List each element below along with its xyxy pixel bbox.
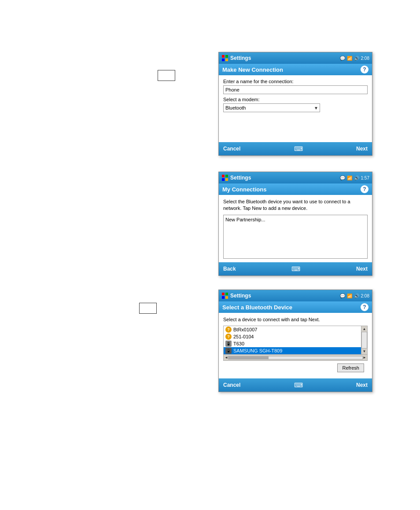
device-name-3: T630 bbox=[233, 341, 244, 346]
modem-select[interactable]: Bluetooth bbox=[223, 103, 320, 112]
device-row-2[interactable]: ? 251-0104 bbox=[224, 333, 361, 340]
scrollbar-y[interactable]: ▲ ▼ bbox=[361, 326, 367, 354]
keyboard-icon-2[interactable]: ⌨ bbox=[291, 265, 300, 272]
refresh-row: Refresh bbox=[223, 361, 368, 375]
panel-make-new-connection: Settings 💬 📶 🔊 2:08 Make New Connection … bbox=[218, 52, 372, 156]
device-row-3[interactable]: 📱 T630 bbox=[224, 340, 361, 347]
svg-rect-4 bbox=[222, 175, 225, 177]
annotation-box-2 bbox=[139, 303, 157, 314]
help-icon-3[interactable]: ? bbox=[361, 303, 368, 311]
status-icon-volume-3: 🔊 bbox=[354, 294, 359, 298]
status-icon-signal-2: 📶 bbox=[347, 176, 352, 180]
device-list: ? BtRx01007 ? 251-0104 📱 T630 📱 SAMSUNG … bbox=[224, 326, 367, 354]
panel-my-connections: Settings 💬 📶 🔊 1:57 My Connections ? Sel… bbox=[218, 172, 372, 276]
next-button-1[interactable]: Next bbox=[356, 146, 368, 152]
device-row-4[interactable]: 📱 SAMSUNG SGH-T809 bbox=[224, 347, 361, 354]
connection-label: Enter a name for the connection: bbox=[223, 79, 368, 84]
svg-rect-9 bbox=[225, 293, 228, 295]
title-bar-left-3: Settings bbox=[221, 292, 251, 299]
section-header-2: My Connections ? bbox=[219, 183, 372, 195]
section-title-3: Select a Bluetooth Device bbox=[222, 304, 292, 311]
svg-rect-0 bbox=[222, 55, 225, 58]
device-table[interactable]: ? BtRx01007 ? 251-0104 📱 T630 📱 SAMSUNG … bbox=[223, 326, 368, 361]
help-icon-1[interactable]: ? bbox=[361, 66, 368, 73]
panel-select-bluetooth-device: Settings 💬 📶 🔊 2:08 Select a Bluetooth D… bbox=[218, 290, 372, 392]
scroll-track-x bbox=[228, 356, 363, 360]
windows-logo-icon-3 bbox=[221, 292, 228, 299]
title-bar-app-name-2: Settings bbox=[230, 175, 251, 181]
scroll-left-arrow[interactable]: ◄ bbox=[225, 356, 228, 360]
modem-dropdown-container: Bluetooth ▼ bbox=[223, 103, 320, 112]
title-bar-right-3: 💬 📶 🔊 2:08 bbox=[340, 294, 369, 298]
svg-rect-8 bbox=[222, 293, 225, 295]
spacer-1 bbox=[223, 112, 368, 139]
status-icon-chat-1: 💬 bbox=[340, 56, 345, 61]
keyboard-icon-3[interactable]: ⌨ bbox=[294, 382, 303, 389]
section-header-1: Make New Connection ? bbox=[219, 64, 372, 75]
bottom-toolbar-2: Back ⌨ Next bbox=[219, 262, 372, 275]
section-title-1: Make New Connection bbox=[222, 66, 283, 73]
svg-rect-6 bbox=[222, 178, 225, 181]
device-name-4: SAMSUNG SGH-T809 bbox=[233, 348, 282, 353]
next-button-2[interactable]: Next bbox=[356, 266, 368, 272]
bottom-toolbar-3: Cancel ⌨ Next bbox=[219, 378, 372, 392]
title-bar-right-2: 💬 📶 🔊 1:57 bbox=[340, 176, 369, 180]
device-row-1[interactable]: ? BtRx01007 bbox=[224, 326, 361, 333]
title-bar-app-name-3: Settings bbox=[230, 293, 251, 299]
device-name-1: BtRx01007 bbox=[233, 327, 257, 332]
status-icon-signal-3: 📶 bbox=[347, 294, 352, 298]
svg-rect-3 bbox=[225, 59, 228, 61]
new-partnership-item[interactable]: New Partnership... bbox=[225, 217, 365, 222]
content-area-3: Select a device to connect with and tap … bbox=[219, 313, 372, 378]
status-icon-signal-1: 📶 bbox=[347, 56, 352, 61]
bluetooth-device-description: Select a device to connect with and tap … bbox=[223, 316, 368, 323]
title-bar-right-1: 💬 📶 🔊 2:08 bbox=[340, 56, 369, 61]
scroll-up-arrow[interactable]: ▲ bbox=[362, 326, 367, 332]
title-bar-left-2: Settings bbox=[221, 174, 251, 181]
scroll-track-y bbox=[361, 332, 367, 349]
help-icon-2[interactable]: ? bbox=[361, 185, 368, 193]
content-area-1: Enter a name for the connection: Select … bbox=[219, 75, 372, 142]
svg-rect-1 bbox=[225, 55, 228, 58]
device-icon-question-1: ? bbox=[225, 327, 232, 333]
svg-rect-11 bbox=[225, 296, 228, 299]
svg-rect-2 bbox=[222, 59, 225, 61]
device-list-box[interactable]: New Partnership... bbox=[223, 215, 368, 259]
status-icon-chat-3: 💬 bbox=[340, 294, 345, 298]
device-icon-question-2: ? bbox=[225, 334, 232, 340]
title-bar-time-1: 2:08 bbox=[361, 56, 369, 61]
device-icon-phone-4: 📱 bbox=[225, 348, 232, 354]
title-bar-time-2: 1:57 bbox=[361, 176, 369, 180]
status-icon-volume-1: 🔊 bbox=[354, 56, 359, 61]
title-bar-3: Settings 💬 📶 🔊 2:08 bbox=[219, 290, 372, 301]
svg-rect-5 bbox=[225, 175, 228, 177]
device-icon-phone-3: 📱 bbox=[225, 341, 232, 347]
windows-logo-icon-2 bbox=[221, 174, 228, 181]
annotation-box-1 bbox=[158, 70, 175, 81]
svg-rect-10 bbox=[222, 296, 225, 299]
keyboard-icon-1[interactable]: ⌨ bbox=[294, 145, 303, 152]
cancel-button-1[interactable]: Cancel bbox=[223, 146, 240, 152]
status-icon-chat-2: 💬 bbox=[340, 176, 345, 180]
my-connections-description: Select the Bluetooth device you want to … bbox=[223, 198, 368, 212]
title-bar-time-3: 2:08 bbox=[361, 294, 369, 298]
scroll-down-arrow[interactable]: ▼ bbox=[362, 349, 367, 354]
modem-label: Select a modem: bbox=[223, 97, 368, 102]
bottom-toolbar-1: Cancel ⌨ Next bbox=[219, 142, 372, 155]
back-button-2[interactable]: Back bbox=[223, 266, 236, 272]
section-header-3: Select a Bluetooth Device ? bbox=[219, 301, 372, 313]
connection-name-input[interactable] bbox=[223, 85, 368, 94]
title-bar-1: Settings 💬 📶 🔊 2:08 bbox=[219, 52, 372, 64]
cancel-button-3[interactable]: Cancel bbox=[223, 382, 240, 388]
title-bar-2: Settings 💬 📶 🔊 1:57 bbox=[219, 172, 372, 183]
scrollbar-x[interactable]: ◄ ► bbox=[224, 354, 367, 360]
refresh-button[interactable]: Refresh bbox=[337, 363, 364, 372]
section-title-2: My Connections bbox=[222, 186, 266, 193]
status-icon-volume-2: 🔊 bbox=[354, 176, 359, 180]
scroll-right-arrow[interactable]: ► bbox=[363, 356, 366, 360]
title-bar-app-name-1: Settings bbox=[230, 55, 251, 61]
windows-logo-icon-1 bbox=[221, 55, 228, 62]
scroll-thumb-x bbox=[228, 356, 269, 359]
next-button-3[interactable]: Next bbox=[356, 382, 368, 388]
svg-rect-7 bbox=[225, 178, 228, 181]
